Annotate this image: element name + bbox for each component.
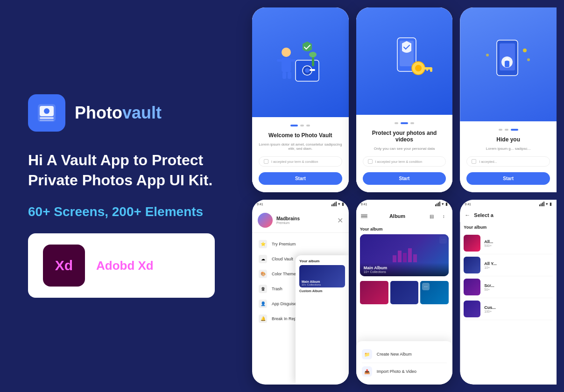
action-sheet: 📁 Create New Album 📥 Import Photo & Vide… (356, 341, 453, 385)
svg-rect-32 (398, 251, 402, 262)
back-button[interactable]: ← (465, 212, 470, 218)
dot-active-2 (401, 122, 408, 124)
svg-rect-3 (40, 117, 54, 119)
start-button-3[interactable]: Start (466, 172, 550, 185)
trash-icon: 🗑 (259, 285, 267, 293)
select-name-1: All... (484, 239, 553, 244)
select-info-4: Cus... 100+ (484, 305, 553, 313)
overlay-main-album: Main Album 10+ Collections (299, 265, 345, 287)
create-album-action[interactable]: 📁 Create New Album (362, 346, 447, 363)
dot-2 (300, 125, 304, 126)
app-tagline: Hi A Vault App to Protect Private Photos… (28, 150, 224, 190)
overlay-your-album: Your album (299, 259, 345, 263)
logo-row: Photovault (28, 94, 224, 132)
start-button-2[interactable]: Start (363, 172, 446, 185)
svg-rect-9 (312, 57, 314, 66)
svg-rect-27 (505, 61, 509, 67)
vault-illustration-1 (270, 35, 331, 91)
create-album-icon: 📁 (362, 349, 372, 359)
select-album-screen: 9:41 ▾ ▮ ← Select a Your album (460, 200, 557, 385)
bell-icon: 🔔 (259, 315, 267, 323)
svg-point-28 (523, 49, 527, 52)
your-album-label-2: Your album (464, 225, 553, 230)
dot-active (290, 125, 298, 126)
onboard-3-subtitle: Lorem ipsum g... sadipsc... (466, 147, 550, 151)
status-icons-6: ▾ ▮ (539, 202, 552, 206)
select-item-4[interactable]: Cus... 100+ (464, 298, 553, 320)
svg-point-29 (527, 58, 530, 61)
select-count-4: 100+ (484, 310, 553, 313)
time-6: 9:41 (465, 203, 471, 206)
status-icons-4: ▾ ▮ (331, 202, 344, 206)
select-list: Your album All... 500+ All Y... 10+ (460, 222, 557, 385)
import-icon: 📥 (362, 366, 372, 377)
album-options[interactable]: ⋯ (422, 283, 430, 290)
svg-rect-34 (408, 248, 412, 262)
terms-checkbox-2[interactable] (368, 159, 373, 164)
album-grid: ⋯ (360, 281, 449, 304)
select-item-3[interactable]: Scr... 50+ (464, 276, 553, 298)
album-thumb-1[interactable] (360, 281, 388, 304)
overlay-album-name: Main Album (302, 280, 321, 283)
app-name: Photovault (75, 103, 162, 123)
photo-vault-icon (35, 101, 58, 125)
onboard-screen-3: Hide you Lorem ipsum g... sadipsc... I a… (460, 7, 557, 192)
overlay-album-info: Main Album 10+ Collections (302, 280, 321, 286)
album-thumb-3[interactable]: ⋯ (420, 281, 449, 304)
svg-rect-13 (277, 59, 282, 62)
select-thumb-3 (464, 279, 480, 295)
select-item-2[interactable]: All Y... 10+ (464, 254, 553, 276)
sort-icon[interactable]: ↕ (439, 212, 448, 220)
terms-checkbox-3[interactable] (472, 159, 476, 164)
svg-rect-4 (40, 120, 54, 121)
status-icons-5: ▾ ▮ (435, 202, 448, 206)
menu-item-premium[interactable]: ⭐ Try Premium (252, 237, 349, 252)
onboard-2-subtitle: Only you can see your personal data (363, 147, 446, 151)
terms-checkbox-1[interactable] (264, 159, 268, 164)
wifi-icon-5: ▾ (442, 202, 444, 206)
menu-item-premium-label: Try Premium (272, 242, 296, 246)
main-album-card[interactable]: ⋯ Main Album 10+ Col (360, 234, 449, 276)
select-name-2: All Y... (484, 261, 553, 266)
right-panel: Welcome to Photo Vault Lorem ipsum dolor… (252, 0, 564, 392)
album-thumb-2[interactable] (390, 281, 419, 304)
start-button-1[interactable]: Start (259, 172, 342, 185)
vault-illustration-2 (374, 33, 435, 89)
dot-active-3 (511, 129, 518, 131)
hamburger-icon[interactable] (361, 214, 367, 218)
main-album-overlay: Main Album 10+ Collections (360, 263, 449, 276)
dot-2-3 (505, 129, 508, 131)
select-title: Select a (474, 212, 494, 218)
import-photo-action[interactable]: 📥 Import Photo & Video (362, 363, 447, 380)
onboard-screen-2: Protect your photos and videos Only you … (356, 7, 453, 192)
dot-1-2 (395, 122, 398, 124)
app-name-vault: vault (122, 103, 162, 122)
close-menu-button[interactable]: ✕ (337, 216, 343, 225)
terms-row-3[interactable]: I accepted... (466, 156, 550, 167)
onboard-2-title: Protect your photos and videos (363, 130, 446, 143)
terms-row-1[interactable]: I accepted your term & condition (259, 156, 342, 167)
album-header-icons: ▤ ↕ (427, 212, 448, 220)
grid-icon[interactable]: ▤ (427, 212, 436, 220)
app-name-photo: Photo (75, 103, 122, 122)
dot-1-3 (499, 129, 502, 131)
album-screen: 9:41 ▾ ▮ Album (356, 200, 453, 385)
menu-item-trash-label: Trash (272, 287, 282, 291)
svg-rect-23 (426, 68, 428, 71)
terms-row-2[interactable]: I accepted your term & condition (363, 156, 446, 167)
menu-screen: 9:41 ▾ ▮ Madbrains (252, 200, 349, 385)
overlay-album-count: 10+ Collections (302, 283, 321, 286)
color-icon: 🎨 (259, 270, 267, 278)
onboard-3-title: Hide you (466, 136, 550, 143)
svg-rect-14 (290, 59, 296, 62)
select-item-1[interactable]: All... 500+ (464, 232, 553, 254)
status-bar-6: 9:41 ▾ ▮ (460, 200, 557, 208)
import-text: Import Photo & Video (377, 369, 416, 374)
onboard-screen-1: Welcome to Photo Vault Lorem ipsum dolor… (252, 7, 349, 192)
dot-indicators-2 (363, 122, 446, 124)
premium-icon: ⭐ (259, 240, 267, 248)
menu-item-color-label: Color Theme (272, 272, 296, 276)
svg-rect-35 (413, 254, 417, 262)
status-bar-4: 9:41 ▾ ▮ (252, 200, 349, 208)
svg-rect-22 (430, 68, 432, 72)
